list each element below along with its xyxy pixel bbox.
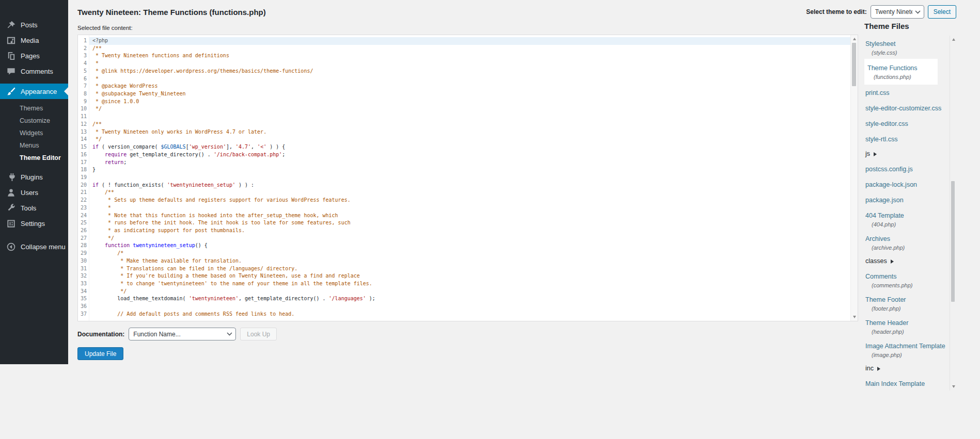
code-line[interactable]: * If you're building a theme based on Tw… [89,272,858,280]
code-line[interactable]: // Add default posts and comments RSS fe… [89,311,858,318]
select-theme-button[interactable]: Select [928,5,956,19]
code-line[interactable]: ​ [89,174,858,182]
theme-file-link[interactable]: Image Attachment Template [865,343,945,350]
theme-file-link[interactable]: style-editor.css [865,120,908,127]
code-line[interactable]: */ [89,136,858,143]
scroll-down-icon[interactable] [851,314,858,320]
sidebar-item-comments[interactable]: Comments [0,63,68,79]
sidebar-item-theme-editor[interactable]: Theme Editor [0,152,68,164]
documentation-select[interactable]: Function Name... [129,328,236,340]
sidebar-item-widgets[interactable]: Widgets [0,127,68,139]
scroll-down-icon[interactable] [950,383,956,390]
code-line[interactable]: * to change 'twentynineteen' to the name… [89,280,858,288]
theme-file-link[interactable]: Theme Footer [865,296,906,303]
appearance-submenu: ThemesCustomizeWidgetsMenusTheme Editor [0,99,68,169]
files-scrollbar[interactable] [950,36,956,391]
theme-file-link[interactable]: Main Index Template [865,380,925,387]
theme-file-postcss-config-js: postcss.config.js [864,161,947,176]
code-line[interactable]: function twentynineteen_setup() { [89,242,858,250]
triangle-right-icon [874,152,879,156]
code-line[interactable]: */ [89,235,858,242]
theme-file-link[interactable]: package.json [865,197,904,204]
theme-file-link[interactable]: Theme Header [865,319,908,327]
line-number: 16 [78,151,87,159]
code-line[interactable]: */ [89,288,858,296]
theme-file-image-attachment-template: Image Attachment Template(image.php) [864,338,947,361]
code-line[interactable]: */ [89,105,858,113]
sidebar-item-tools[interactable]: Tools [0,200,68,216]
scroll-up-icon[interactable] [950,36,956,43]
sidebar-item-appearance[interactable]: Appearance [0,84,68,99]
scroll-up-icon[interactable] [851,36,858,42]
theme-file-link[interactable]: 404 Template [865,212,904,219]
theme-folder-classes[interactable]: classes [864,254,947,268]
code-line[interactable]: * @subpackage Twenty_Nineteen [89,90,858,98]
code-line[interactable]: * Note that this function is hooked into… [89,212,858,220]
code-line[interactable]: * [89,60,858,68]
code-line[interactable]: /** [89,189,858,197]
code-line[interactable]: } [89,166,858,174]
sidebar-item-pages[interactable]: Pages [0,48,68,63]
code-line[interactable]: return; [89,159,858,167]
line-number: 26 [78,227,87,235]
code-line[interactable]: * @package WordPress [89,83,858,90]
theme-file-link[interactable]: postcss.config.js [865,166,913,173]
code-line[interactable]: /** [89,121,858,128]
theme-file-link[interactable]: package-lock.json [865,181,917,188]
sidebar-item-users[interactable]: Users [0,185,68,200]
theme-file-link[interactable]: print.css [865,89,890,96]
theme-file-link[interactable]: Theme Functions [867,64,918,72]
theme-file-package-json: package.json [864,192,947,207]
editor-scrollbar-thumb[interactable] [852,43,856,86]
theme-folder-js[interactable]: js [864,147,947,161]
code-line[interactable]: * runs before the init hook. The init ho… [89,219,858,227]
code-line[interactable]: require get_template_directory() . '/inc… [89,151,858,159]
theme-file-link[interactable]: Archives [865,235,890,242]
sidebar-item-customize[interactable]: Customize [0,115,68,127]
theme-folder-inc[interactable]: inc [864,361,947,376]
code-line[interactable]: /* [89,250,858,257]
code-line[interactable]: /** [89,45,858,53]
settings-icon [6,219,16,229]
sidebar-item-posts[interactable]: Posts [0,17,68,32]
sidebar-item-themes[interactable]: Themes [0,102,68,115]
plugin-icon [6,172,16,182]
sidebar-item-settings[interactable]: Settings [0,216,68,231]
code-line[interactable]: * Make theme available for translation. [89,257,858,265]
files-scrollbar-thumb[interactable] [951,181,955,302]
code-line[interactable]: * [89,204,858,212]
sidebar-item-collapse-menu[interactable]: Collapse menu [0,239,68,254]
code-line[interactable]: * Translations can be filed in the /lang… [89,265,858,273]
theme-file-link[interactable]: style-rtl.css [865,136,898,143]
pushpin-icon [6,20,16,30]
line-number: 1 [78,37,87,45]
code-line[interactable]: load_theme_textdomain( 'twentynineteen',… [89,295,858,303]
theme-select[interactable]: Twenty Nineteen [871,5,924,19]
code-editor[interactable]: 1234567891011121314151617181920212223242… [77,35,858,321]
theme-file-link[interactable]: Stylesheet [865,40,895,47]
sidebar-item-media[interactable]: Media [0,32,68,48]
code-line[interactable]: * Sets up theme defaults and registers s… [89,197,858,204]
code-line[interactable]: ​ [89,303,858,311]
lookup-button[interactable]: Look Up [240,328,277,340]
theme-file-link[interactable]: Comments [865,273,896,280]
code-area[interactable]: <?php/** * Twenty Nineteen functions and… [89,35,858,321]
triangle-right-icon [877,367,882,371]
code-line[interactable]: * Twenty Nineteen only works in WordPres… [89,128,858,136]
sidebar-item-label: Settings [21,220,45,227]
code-line[interactable]: * @link https://developer.wordpress.org/… [89,68,858,75]
update-file-button[interactable]: Update File [77,347,123,360]
sidebar-item-plugins[interactable]: Plugins [0,169,68,185]
theme-file-filename: (index.php) [865,388,947,391]
code-line[interactable]: * Twenty Nineteen functions and definiti… [89,52,858,60]
sidebar-item-menus[interactable]: Menus [0,139,68,152]
code-line[interactable]: if ( ! function_exists( 'twentynineteen_… [89,182,858,189]
code-line[interactable]: * [89,75,858,83]
code-line[interactable]: * @since 1.0.0 [89,98,858,106]
code-line[interactable]: if ( version_compare( $GLOBALS['wp_versi… [89,143,858,151]
theme-file-link[interactable]: style-editor-customizer.css [865,105,941,112]
code-line[interactable]: * as indicating support for post thumbna… [89,227,858,235]
code-line[interactable]: ​ [89,113,858,121]
code-line[interactable]: <?php [89,37,858,45]
editor-scrollbar[interactable] [850,35,858,321]
